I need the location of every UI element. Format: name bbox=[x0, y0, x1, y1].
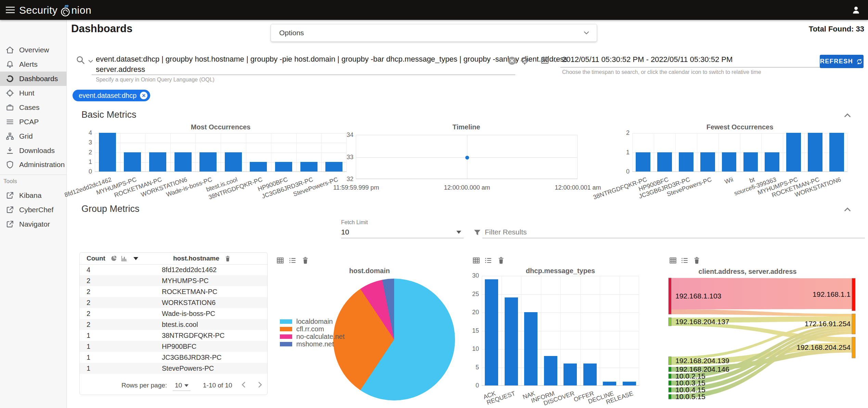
bar-MYHUMPS-PC[interactable] bbox=[124, 152, 141, 172]
legend-swatch bbox=[280, 319, 292, 324]
sidebar-item-cases[interactable]: Cases bbox=[0, 100, 66, 115]
user-account-icon[interactable] bbox=[851, 5, 861, 15]
remove-filter-icon[interactable]: ✕ bbox=[140, 92, 147, 99]
sidebar-item-overview[interactable]: Overview bbox=[0, 43, 66, 57]
list-view-icon[interactable] bbox=[484, 256, 493, 265]
table-row[interactable]: 2WORKSTATION6 bbox=[80, 297, 267, 308]
filter-results-input[interactable]: Filter Results bbox=[485, 228, 527, 236]
bar-bt[interactable] bbox=[743, 152, 758, 172]
sidebar-item-downloads[interactable]: Downloads bbox=[0, 143, 66, 158]
rows-per-page-dropdown-icon[interactable] bbox=[184, 384, 189, 387]
bar-ROCKETMAN-PC[interactable] bbox=[808, 133, 822, 171]
bar-MYHUMPS-PC[interactable] bbox=[786, 133, 801, 171]
timespan-chevron-icon[interactable] bbox=[552, 57, 559, 65]
bar-WORKSTATION6[interactable] bbox=[829, 133, 844, 171]
table-row[interactable]: 1JC3GB6JRD3R-PC bbox=[80, 352, 267, 363]
query-history-chevron-icon[interactable] bbox=[87, 58, 94, 65]
refresh-button[interactable]: REFRESH bbox=[820, 55, 864, 68]
previous-page-icon[interactable] bbox=[238, 380, 249, 390]
table-row[interactable]: 2Wade-is-boss-PC bbox=[80, 308, 267, 319]
legend-item[interactable]: localdomain bbox=[280, 318, 345, 325]
bar-ROCKETMAN-PC[interactable] bbox=[149, 152, 166, 172]
sidebar-item-navigator[interactable]: Navigator bbox=[0, 217, 66, 231]
bar-JC3GB6JRD3R-PC[interactable] bbox=[300, 162, 318, 171]
table-view-icon[interactable] bbox=[669, 256, 677, 265]
rows-per-page-select[interactable]: 10 bbox=[175, 382, 182, 389]
options-dropdown[interactable]: Options bbox=[271, 24, 597, 42]
sidebar-item-dashboards[interactable]: Dashboards bbox=[0, 72, 66, 86]
sidebar-item-cyberchef[interactable]: CyberChef bbox=[0, 203, 66, 217]
table-view-icon[interactable] bbox=[276, 256, 285, 265]
clear-query-icon[interactable] bbox=[507, 56, 517, 65]
sidebar-item-administration[interactable]: Administration bbox=[0, 157, 66, 172]
bar-StevePowers-PC[interactable] bbox=[325, 162, 342, 171]
bar-REQUEST[interactable] bbox=[505, 297, 518, 385]
table-row[interactable]: 48fd12edd2dc1462 bbox=[80, 264, 267, 275]
donut-chart-icon bbox=[5, 74, 14, 83]
bar-NAK[interactable] bbox=[524, 312, 537, 385]
bar-StevePowers-PC[interactable] bbox=[700, 152, 715, 172]
calendar-icon[interactable] bbox=[540, 55, 550, 65]
list-view-icon[interactable] bbox=[288, 256, 297, 265]
bar-38NTRGDFQKR-PC[interactable] bbox=[250, 162, 267, 171]
query-input-line2[interactable]: server.address bbox=[96, 65, 145, 74]
timespan-range-input[interactable]: 2012/05/11 05:30:52 PM - 2022/05/11 05:3… bbox=[562, 55, 733, 64]
bar-DECLINE[interactable] bbox=[603, 382, 616, 385]
bar-Wii[interactable] bbox=[722, 152, 737, 172]
trash-icon[interactable] bbox=[224, 255, 231, 262]
sidebar-item-grid[interactable]: Grid bbox=[0, 129, 66, 143]
column-header-host[interactable]: host.hostname bbox=[173, 255, 219, 262]
trash-icon[interactable] bbox=[497, 256, 505, 265]
list-view-icon[interactable] bbox=[680, 256, 689, 265]
bar-8fd12edd2dc1462[interactable] bbox=[99, 133, 116, 171]
actions-target-icon[interactable] bbox=[520, 56, 529, 65]
fetch-limit-dropdown-icon[interactable] bbox=[456, 231, 461, 234]
sidebar-item-pcap[interactable]: PCAP bbox=[0, 115, 66, 129]
bar-Wade-is-boss-PC[interactable] bbox=[199, 152, 217, 172]
legend-item[interactable]: cfl.rr.com bbox=[280, 325, 345, 333]
bar-JC3GB6JRD3R-PC[interactable] bbox=[679, 152, 694, 172]
basic-metrics-heading: Basic Metrics bbox=[81, 110, 137, 120]
sidebar-item-alerts[interactable]: Alerts bbox=[0, 57, 66, 72]
bar-OFFER[interactable] bbox=[583, 364, 597, 385]
table-row[interactable]: 138NTRGDFQKR-PC bbox=[80, 330, 267, 341]
grid-line bbox=[847, 133, 847, 171]
fetch-limit-select[interactable]: 10 bbox=[341, 228, 349, 236]
sidebar-item-hunt[interactable]: Hunt bbox=[0, 86, 66, 100]
table-row[interactable]: 1HP900BFC bbox=[80, 341, 267, 352]
legend-item[interactable]: no-calculate.net bbox=[280, 333, 345, 340]
table-row[interactable]: 2btest.is.cool bbox=[80, 319, 267, 330]
hamburger-menu-icon[interactable] bbox=[5, 6, 15, 14]
bar-ACK[interactable] bbox=[485, 279, 498, 385]
grid-line bbox=[783, 133, 783, 171]
table-row[interactable]: 2ROCKETMAN-PC bbox=[80, 286, 267, 297]
bar-DISCOVER[interactable] bbox=[563, 364, 577, 385]
table-view-icon[interactable] bbox=[472, 256, 481, 265]
query-input-line1[interactable]: event.dataset:dhcp | groupby host.hostna… bbox=[96, 55, 568, 64]
legend-item[interactable]: mshome.net bbox=[280, 340, 345, 348]
sidebar-item-label: CyberChef bbox=[19, 206, 53, 214]
table-row[interactable]: 1StevePowers-PC bbox=[80, 363, 267, 374]
bar-HP900BFC[interactable] bbox=[275, 162, 292, 171]
trash-icon[interactable] bbox=[301, 256, 310, 265]
bar-btest.is.cool[interactable] bbox=[225, 152, 242, 172]
bar-sourcefi-399363[interactable] bbox=[765, 152, 779, 172]
bar-WORKSTATION6[interactable] bbox=[174, 152, 192, 172]
host-domain-pie-chart[interactable] bbox=[333, 279, 455, 400]
sort-descending-icon[interactable] bbox=[133, 257, 138, 260]
pie-chart-icon[interactable] bbox=[110, 255, 118, 262]
bar-38NTRGDFQKR-PC[interactable] bbox=[636, 152, 650, 172]
timeline-data-point[interactable] bbox=[465, 156, 469, 160]
bar-chart-icon[interactable] bbox=[120, 255, 128, 262]
bar-RELEASE[interactable] bbox=[623, 382, 636, 385]
filter-chip[interactable]: event.dataset:dhcp ✕ bbox=[73, 90, 150, 101]
bar-INFORM[interactable] bbox=[544, 356, 557, 385]
collapse-basic-metrics-icon[interactable] bbox=[842, 110, 853, 120]
next-page-icon[interactable] bbox=[255, 380, 265, 390]
search-icon[interactable] bbox=[75, 55, 86, 65]
column-header-count[interactable]: Count bbox=[87, 255, 105, 262]
trash-icon[interactable] bbox=[692, 256, 701, 265]
collapse-group-metrics-icon[interactable] bbox=[842, 204, 853, 215]
table-row[interactable]: 2MYHUMPS-PC bbox=[80, 275, 267, 286]
bar-HP900BFC[interactable] bbox=[657, 152, 672, 172]
